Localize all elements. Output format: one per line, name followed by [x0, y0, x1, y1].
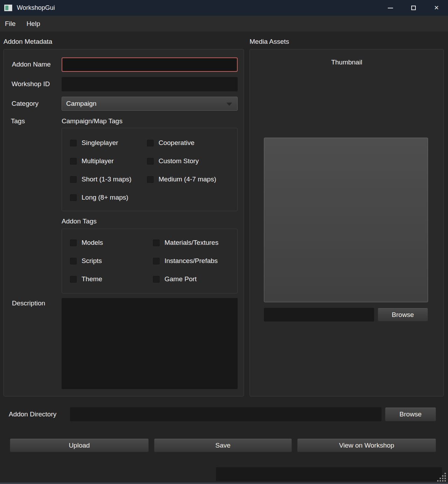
- short-maps-label: Short (1-3 maps): [82, 175, 132, 183]
- scripts-checkbox-row[interactable]: Scripts: [70, 257, 102, 265]
- addon-tags-group: Models Materials/Textures Scripts Instan…: [62, 229, 238, 293]
- thumbnail-preview: [264, 138, 428, 302]
- thumbnail-browse-button[interactable]: Browse: [378, 308, 428, 321]
- menu-help[interactable]: Help: [27, 20, 40, 28]
- scripts-checkbox[interactable]: [70, 258, 77, 264]
- window-title: WorkshopGui: [17, 4, 55, 12]
- theme-checkbox[interactable]: [70, 276, 77, 283]
- close-icon: ✕: [434, 5, 439, 11]
- app-window: WorkshopGui ✕ File Help Addon Metadata M…: [0, 0, 448, 484]
- long-maps-label: Long (8+ maps): [82, 194, 128, 201]
- save-button[interactable]: Save: [154, 438, 292, 452]
- addon-tags-title: Addon Tags: [62, 217, 97, 225]
- addon-metadata-panel: Addon Name Workshop ID Category Campaign…: [4, 49, 244, 396]
- multiplayer-label: Multiplayer: [82, 157, 114, 165]
- addon-directory-browse-button[interactable]: Browse: [385, 407, 436, 421]
- maximize-button[interactable]: [402, 0, 425, 16]
- addon-name-label: Addon Name: [12, 61, 51, 68]
- game-port-checkbox-row[interactable]: Game Port: [153, 275, 197, 283]
- upload-button[interactable]: Upload: [10, 438, 149, 452]
- instances-prefabs-checkbox-row[interactable]: Instances/Prefabs: [153, 257, 218, 265]
- models-checkbox[interactable]: [70, 240, 77, 246]
- long-maps-checkbox[interactable]: [70, 194, 77, 201]
- campaign-map-tags-group: Singleplayer Cooperative Multiplayer Cus…: [62, 128, 238, 211]
- materials-textures-checkbox-row[interactable]: Materials/Textures: [153, 239, 218, 247]
- game-port-label: Game Port: [164, 275, 197, 283]
- medium-maps-label: Medium (4-7 maps): [159, 175, 216, 183]
- multiplayer-checkbox[interactable]: [70, 158, 77, 165]
- multiplayer-checkbox-row[interactable]: Multiplayer: [70, 157, 114, 165]
- resize-grip-icon[interactable]: [437, 473, 446, 482]
- models-label: Models: [82, 239, 103, 247]
- materials-textures-checkbox[interactable]: [153, 240, 160, 246]
- title-bar: WorkshopGui ✕: [0, 0, 448, 16]
- custom-story-checkbox-row[interactable]: Custom Story: [147, 157, 199, 165]
- materials-textures-label: Materials/Textures: [164, 239, 218, 247]
- instances-prefabs-checkbox[interactable]: [153, 258, 160, 264]
- medium-maps-checkbox[interactable]: [147, 176, 154, 183]
- description-label: Description: [12, 299, 45, 307]
- addon-name-input[interactable]: [62, 57, 238, 72]
- media-assets-panel: Thumbnail Browse: [250, 49, 444, 396]
- singleplayer-checkbox-row[interactable]: Singleplayer: [70, 139, 118, 147]
- scripts-label: Scripts: [82, 257, 102, 265]
- singleplayer-checkbox[interactable]: [70, 140, 77, 146]
- theme-checkbox-row[interactable]: Theme: [70, 275, 102, 283]
- addon-directory-input[interactable]: [70, 407, 382, 421]
- cooperative-checkbox-row[interactable]: Cooperative: [147, 139, 194, 147]
- chevron-down-icon: [226, 103, 232, 106]
- cooperative-label: Cooperative: [159, 139, 194, 147]
- game-port-checkbox[interactable]: [153, 276, 160, 283]
- minimize-icon: [388, 8, 393, 8]
- view-on-workshop-button[interactable]: View on Workshop: [297, 438, 436, 452]
- status-bar: [216, 467, 442, 481]
- thumbnail-path-input[interactable]: [264, 308, 374, 321]
- tags-label: Tags: [11, 117, 25, 125]
- window-bottom-border: [0, 483, 448, 484]
- custom-story-label: Custom Story: [159, 157, 199, 165]
- maximize-icon: [411, 6, 416, 10]
- menu-bar: File Help: [0, 16, 448, 32]
- workshop-id-input[interactable]: [62, 77, 238, 91]
- category-label: Category: [12, 100, 38, 108]
- addon-metadata-section-title: Addon Metadata: [4, 38, 52, 46]
- media-assets-section-title: Media Assets: [250, 38, 289, 46]
- medium-maps-checkbox-row[interactable]: Medium (4-7 maps): [147, 175, 216, 183]
- app-icon: [4, 5, 12, 11]
- minimize-button[interactable]: [379, 0, 402, 16]
- addon-directory-label: Addon Directory: [9, 410, 56, 418]
- thumbnail-label: Thumbnail: [250, 58, 443, 66]
- description-textarea[interactable]: [62, 298, 238, 389]
- category-selected-value: Campaign: [66, 100, 97, 108]
- instances-prefabs-label: Instances/Prefabs: [164, 257, 218, 265]
- category-dropdown[interactable]: Campaign: [62, 97, 238, 111]
- models-checkbox-row[interactable]: Models: [70, 239, 103, 247]
- long-maps-checkbox-row[interactable]: Long (8+ maps): [70, 194, 128, 201]
- short-maps-checkbox-row[interactable]: Short (1-3 maps): [70, 175, 132, 183]
- custom-story-checkbox[interactable]: [147, 158, 154, 165]
- close-button[interactable]: ✕: [425, 0, 448, 16]
- singleplayer-label: Singleplayer: [82, 139, 118, 147]
- window-controls: ✕: [379, 0, 448, 16]
- menu-file[interactable]: File: [5, 20, 16, 28]
- cooperative-checkbox[interactable]: [147, 140, 154, 146]
- theme-label: Theme: [82, 275, 102, 283]
- workshop-id-label: Workshop ID: [12, 80, 50, 88]
- campaign-map-tags-title: Campaign/Map Tags: [62, 117, 122, 125]
- short-maps-checkbox[interactable]: [70, 176, 77, 183]
